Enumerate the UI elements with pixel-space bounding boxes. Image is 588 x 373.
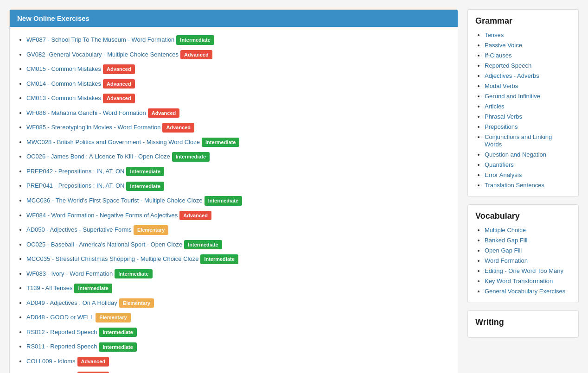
list-item: MCC035 - Stressful Christmas Shopping - … <box>26 252 450 266</box>
grammar-link[interactable]: Modal Verbs <box>485 82 518 89</box>
vocabulary-link[interactable]: General Vocabulary Exercises <box>485 288 565 295</box>
exercise-link[interactable]: WF083 - Ivory - Word Formation <box>26 270 113 277</box>
sidebar-item: If-Clauses <box>485 50 571 60</box>
exercise-link[interactable]: T139 - All Tenses <box>26 284 72 291</box>
level-badge: Advanced <box>77 372 109 373</box>
exercise-link[interactable]: AD050 - Adjectives - Superlative Forms <box>26 226 132 233</box>
grammar-link[interactable]: Gerund and Infinitive <box>485 93 540 100</box>
sidebar-item: Conjunctions and Linking Words <box>485 132 571 149</box>
grammar-link[interactable]: Quantifiers <box>485 161 514 168</box>
exercise-link[interactable]: CM015 - Common Mistakes <box>26 65 101 72</box>
level-badge: Intermediate <box>176 35 214 45</box>
exercise-link[interactable]: CM013 - Common Mistakes <box>26 95 101 101</box>
vocabulary-link[interactable]: Key Word Transformation <box>485 278 553 284</box>
exercise-link[interactable]: MWC028 - British Politics and Government… <box>26 139 200 145</box>
exercise-link[interactable]: MCC036 - The World's First Space Tourist… <box>26 197 203 204</box>
exercise-link[interactable]: PREP041 - Prepositions : IN, AT, ON <box>26 182 124 189</box>
exercises-box: New Online Exercises WF087 - School Trip… <box>9 9 458 373</box>
exercise-link[interactable]: AD048 - GOOD or WELL <box>26 314 94 321</box>
level-badge: Advanced <box>180 50 212 60</box>
list-item: WF087 - School Trip To The Museum - Word… <box>26 32 450 47</box>
level-badge: Advanced <box>77 357 109 367</box>
sidebar-item: Open Gap Fill <box>485 245 571 255</box>
list-item: WF086 - Mahatma Gandhi - Word FormationA… <box>26 106 450 120</box>
exercise-link[interactable]: CM014 - Common Mistakes <box>26 80 101 87</box>
main-content: New Online Exercises WF087 - School Trip… <box>9 9 458 373</box>
exercise-link[interactable]: PREP042 - Prepositions : IN, AT, ON <box>26 168 124 175</box>
list-item: MCC036 - The World's First Space Tourist… <box>26 193 450 208</box>
level-badge: Advanced <box>103 64 135 74</box>
exercise-link[interactable]: WF084 - Word Formation - Negative Forms … <box>26 212 178 219</box>
vocabulary-link[interactable]: Banked Gap Fill <box>485 237 528 244</box>
sidebar-item: Modal Verbs <box>485 81 571 91</box>
list-item: COLL008 - IdiomsAdvanced <box>26 369 450 373</box>
list-item: OC025 - Baseball - America's National Sp… <box>26 237 450 252</box>
vocabulary-link[interactable]: Open Gap Fill <box>485 247 522 254</box>
list-item: RS011 - Reported SpeechIntermediate <box>26 339 450 354</box>
grammar-link[interactable]: Translation Sentences <box>485 182 544 189</box>
exercise-link[interactable]: GV082 -General Vocabulary - Multiple Cho… <box>26 51 179 58</box>
sidebar-item: Gerund and Infinitive <box>485 91 571 101</box>
list-item: PREP042 - Prepositions : IN, AT, ONInter… <box>26 164 450 179</box>
sidebar: Grammar TensesPassive VoiceIf-ClausesRep… <box>467 9 579 373</box>
list-item: AD048 - GOOD or WELLElementary <box>26 310 450 325</box>
grammar-link[interactable]: Question and Negation <box>485 151 546 158</box>
exercise-link[interactable]: COLL009 - Idioms <box>26 358 76 365</box>
list-item: RS012 - Reported SpeechIntermediate <box>26 325 450 340</box>
exercise-link[interactable]: OC026 - James Bond : A Licence To Kill -… <box>26 153 170 160</box>
grammar-link[interactable]: Articles <box>485 103 505 110</box>
grammar-section: Grammar TensesPassive VoiceIf-ClausesRep… <box>467 9 579 197</box>
list-item: OC026 - James Bond : A Licence To Kill -… <box>26 149 450 164</box>
grammar-list: TensesPassive VoiceIf-ClausesReported Sp… <box>475 30 571 190</box>
vocabulary-section: Vocabulary Multiple ChoiceBanked Gap Fil… <box>467 204 579 303</box>
level-badge: Intermediate <box>99 342 136 352</box>
level-badge: Intermediate <box>74 284 112 293</box>
sidebar-item: Translation Sentences <box>485 180 571 190</box>
exercises-title: New Online Exercises <box>17 14 89 22</box>
grammar-link[interactable]: Prepositions <box>485 123 518 130</box>
level-badge: Elementary <box>134 225 168 235</box>
exercises-header: New Online Exercises <box>10 10 458 27</box>
level-badge: Advanced <box>162 123 194 133</box>
grammar-link[interactable]: Error Analysis <box>485 171 522 178</box>
exercise-link[interactable]: RS012 - Reported Speech <box>26 329 97 335</box>
vocabulary-link[interactable]: Editing - One Word Too Many <box>485 267 563 274</box>
sidebar-item: Quantifiers <box>485 159 571 170</box>
sidebar-item: Prepositions <box>485 121 571 132</box>
grammar-link[interactable]: If-Clauses <box>485 52 512 59</box>
sidebar-item: Reported Speech <box>485 60 571 70</box>
exercise-link[interactable]: AD049 - Adjectives : On A Holiday <box>26 299 117 306</box>
grammar-link[interactable]: Reported Speech <box>485 62 531 69</box>
level-badge: Intermediate <box>200 254 238 264</box>
sidebar-item: Error Analysis <box>485 170 571 180</box>
vocabulary-list: Multiple ChoiceBanked Gap FillOpen Gap F… <box>475 225 571 296</box>
grammar-link[interactable]: Phrasal Verbs <box>485 113 522 120</box>
list-item: PREP041 - Prepositions : IN, AT, ONInter… <box>26 178 450 193</box>
sidebar-item: Question and Negation <box>485 149 571 159</box>
level-badge: Intermediate <box>184 240 222 250</box>
list-item: CM015 - Common MistakesAdvanced <box>26 62 450 76</box>
level-badge: Elementary <box>96 313 130 322</box>
level-badge: Intermediate <box>172 152 210 162</box>
level-badge: Intermediate <box>126 167 164 177</box>
list-item: MWC028 - British Politics and Government… <box>26 135 450 150</box>
sidebar-item: Key Word Transformation <box>485 276 571 286</box>
vocabulary-link[interactable]: Multiple Choice <box>485 227 526 234</box>
writing-title: Writing <box>475 317 571 327</box>
exercise-link[interactable]: WF086 - Mahatma Gandhi - Word Formation <box>26 109 146 116</box>
sidebar-item: Word Formation <box>485 255 571 266</box>
exercise-link[interactable]: OC025 - Baseball - America's National Sp… <box>26 241 182 248</box>
grammar-link[interactable]: Conjunctions and Linking Words <box>485 133 552 148</box>
list-item: AD050 - Adjectives - Superlative FormsEl… <box>26 222 450 237</box>
sidebar-item: General Vocabulary Exercises <box>485 286 571 296</box>
vocabulary-link[interactable]: Word Formation <box>485 257 528 264</box>
grammar-link[interactable]: Passive Voice <box>485 42 522 49</box>
exercise-link[interactable]: WF085 - Stereotyping in Movies - Word Fo… <box>26 124 160 131</box>
grammar-link[interactable]: Tenses <box>485 32 504 38</box>
exercise-link[interactable]: WF087 - School Trip To The Museum - Word… <box>26 36 174 43</box>
exercises-list: WF087 - School Trip To The Museum - Word… <box>10 27 458 373</box>
exercise-link[interactable]: RS011 - Reported Speech <box>26 343 97 350</box>
exercise-link[interactable]: MCC035 - Stressful Christmas Shopping - … <box>26 255 198 262</box>
level-badge: Intermediate <box>99 328 136 337</box>
grammar-link[interactable]: Adjectives - Adverbs <box>485 72 539 79</box>
